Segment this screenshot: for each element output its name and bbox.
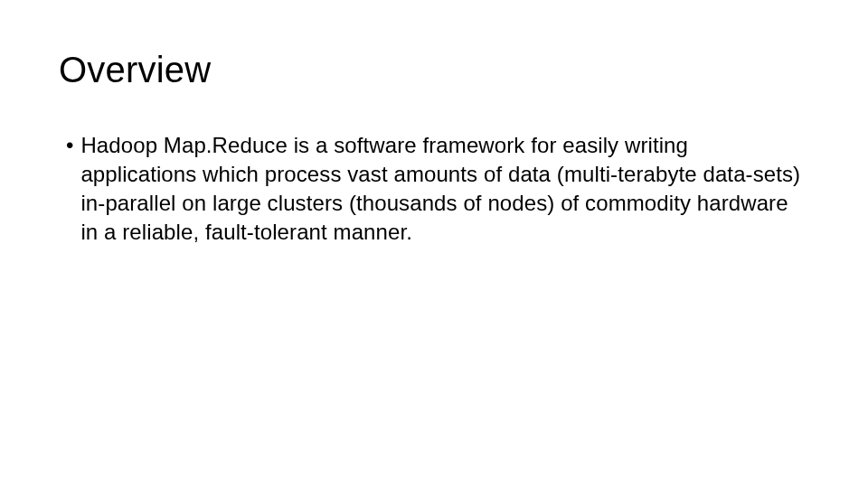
bullet-marker-icon: •: [66, 131, 73, 160]
bullet-item: • Hadoop Map.Reduce is a software framew…: [66, 131, 809, 247]
slide-content: • Hadoop Map.Reduce is a software framew…: [59, 131, 809, 247]
slide-title: Overview: [59, 50, 809, 90]
slide-container: Overview • Hadoop Map.Reduce is a softwa…: [0, 0, 868, 488]
bullet-text: Hadoop Map.Reduce is a software framewor…: [80, 131, 809, 247]
